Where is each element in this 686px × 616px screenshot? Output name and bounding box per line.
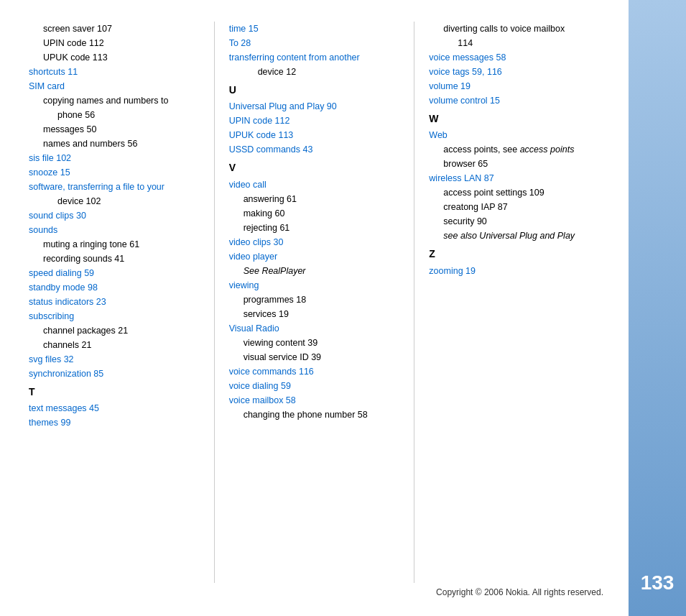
list-item: W	[429, 111, 600, 127]
list-item: voice messages 58	[429, 50, 600, 65]
list-item: Z	[429, 246, 600, 262]
list-item: video clips 30	[229, 235, 400, 249]
list-item: USSD commands 43	[229, 142, 400, 157]
copyright-text: Copyright © 2006 Nokia. All rights reser…	[29, 587, 614, 597]
list-item: video call	[229, 178, 400, 192]
list-item: video player	[229, 249, 400, 264]
list-item: Universal Plug and Play 90	[229, 99, 400, 114]
list-item: visual service ID 39	[229, 350, 400, 364]
list-item: status indicators 23	[29, 295, 200, 309]
list-item: Visual Radio	[229, 321, 400, 336]
list-item: viewing	[229, 278, 400, 293]
list-item: browser 65	[429, 157, 600, 171]
list-item: volume control 15	[429, 93, 600, 108]
list-item: copying names and numbers to	[29, 93, 200, 108]
list-item: access points, see access points	[429, 142, 600, 157]
page-tab: 133	[629, 0, 686, 616]
list-item: See RealPlayer	[229, 264, 400, 278]
list-item: changing the phone number 58	[229, 408, 400, 422]
list-item: security 90	[429, 214, 600, 229]
list-item: V	[229, 160, 400, 175]
list-item: snooze 15	[29, 165, 200, 180]
list-item: access point settings 109	[429, 185, 600, 200]
list-item: diverting calls to voice mailbox	[429, 22, 600, 36]
list-item: synchronization 85	[29, 367, 200, 381]
list-item: Web	[429, 128, 600, 142]
list-item: 114	[429, 36, 600, 50]
list-item: device 12	[229, 65, 400, 79]
list-item: volume 19	[429, 79, 600, 93]
list-item: phone 56	[29, 108, 200, 122]
list-item: UPIN code 112	[229, 114, 400, 128]
list-item: names and numbers 56	[29, 137, 200, 151]
list-item: zooming 19	[429, 264, 600, 278]
list-item: T	[29, 384, 200, 400]
list-item: voice mailbox 58	[229, 393, 400, 408]
list-item: transferring content from another	[229, 50, 400, 65]
page-number: 133	[641, 571, 675, 594]
list-item: viewing content 39	[229, 336, 400, 350]
list-item: UPUK code 113	[29, 50, 200, 65]
list-item: muting a ringing tone 61	[29, 237, 200, 252]
list-item: software, transferring a file to your	[29, 180, 200, 194]
list-item: subscribing	[29, 309, 200, 323]
list-item: screen saver 107	[29, 22, 200, 36]
list-item: services 19	[229, 307, 400, 321]
list-item: svg files 32	[29, 352, 200, 367]
page-container: screen saver 107UPIN code 112UPUK code 1…	[0, 0, 686, 616]
list-item: speed dialing 59	[29, 266, 200, 280]
list-item: rejecting 61	[229, 221, 400, 235]
list-item: channels 21	[29, 338, 200, 352]
list-item: shortcuts 11	[29, 65, 200, 79]
list-item: wireless LAN 87	[429, 171, 600, 185]
list-item: voice tags 59, 116	[429, 65, 600, 79]
list-item: sounds	[29, 223, 200, 237]
list-item: sound clips 30	[29, 208, 200, 223]
list-item: making 60	[229, 206, 400, 221]
list-item: see also Universal Plug and Play	[429, 229, 600, 243]
list-item: U	[229, 82, 400, 98]
list-item: time 15	[229, 22, 400, 36]
list-item: SIM card	[29, 79, 200, 93]
column-3: diverting calls to voice mailbox114voice…	[414, 22, 614, 583]
list-item: sis file 102	[29, 151, 200, 165]
list-item: UPIN code 112	[29, 36, 200, 50]
list-item: voice commands 116	[229, 364, 400, 379]
bottom-bar: Copyright © 2006 Nokia. All rights reser…	[29, 583, 614, 602]
list-item: voice dialing 59	[229, 379, 400, 393]
index-columns: screen saver 107UPIN code 112UPUK code 1…	[29, 22, 614, 583]
list-item: programmes 18	[229, 293, 400, 307]
list-item: answering 61	[229, 192, 400, 206]
list-item: creatong IAP 87	[429, 200, 600, 214]
column-1: screen saver 107UPIN code 112UPUK code 1…	[29, 22, 215, 583]
list-item: To 28	[229, 36, 400, 50]
list-item: text messages 45	[29, 401, 200, 415]
list-item: recording sounds 41	[29, 252, 200, 266]
list-item: channel packages 21	[29, 323, 200, 338]
column-2: time 15To 28transferring content from an…	[215, 22, 415, 583]
list-item: UPUK code 113	[229, 128, 400, 142]
list-item: standby mode 98	[29, 280, 200, 295]
content-area: screen saver 107UPIN code 112UPUK code 1…	[0, 0, 629, 616]
list-item: themes 99	[29, 415, 200, 430]
list-item: messages 50	[29, 122, 200, 137]
list-item: device 102	[29, 194, 200, 208]
